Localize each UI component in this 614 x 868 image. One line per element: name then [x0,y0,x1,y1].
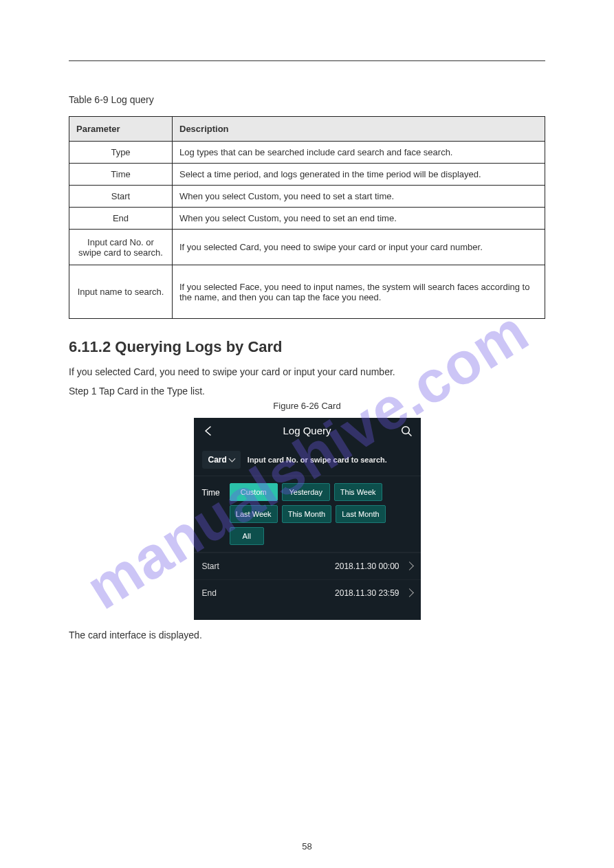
time-chip-last-week[interactable]: Last Week [230,505,278,523]
parameters-table: Parameter Description Type Log types tha… [69,116,545,319]
end-label: End [202,588,217,598]
cell-parameter: Time [69,164,173,186]
log-query-search-row: Card Input card No. or swipe card to sea… [194,444,421,476]
search-icon[interactable] [400,425,413,437]
body-paragraph: If you selected Card, you need to swipe … [69,366,545,379]
table-row: Start When you select Custom, you need t… [69,186,545,208]
log-query-header: Log Query [194,418,421,444]
cell-parameter: Input card No. or swipe card to search. [69,230,173,265]
type-selector-label: Card [208,455,227,465]
time-chip-custom[interactable]: Custom [230,483,278,501]
svg-line-1 [408,433,411,436]
chevron-down-icon [228,455,235,462]
cell-parameter: Input name to search. [69,265,173,319]
log-query-screenshot: Log Query Card Input card No. or swipe c… [69,418,545,620]
log-query-title: Log Query [215,425,400,436]
cell-description: If you selected Card, you need to swipe … [173,230,545,265]
figure-followup-text: The card interface is displayed. [69,630,545,641]
time-chips: Custom Yesterday This Week Last Week Thi… [230,483,413,545]
cell-description: If you selected Face, you need to input … [173,265,545,319]
time-row: Time Custom Yesterday This Week Last Wee… [194,476,421,553]
cell-parameter: End [69,208,173,230]
type-selector[interactable]: Card [202,451,241,469]
table-caption: Table 6-9 Log query [69,94,545,105]
search-input-hint[interactable]: Input card No. or swipe card to search. [248,456,387,464]
header-rule [69,60,545,61]
start-value: 2018.11.30 00:00 [335,561,399,571]
document-page: Table 6-9 Log query Parameter Descriptio… [0,0,614,641]
time-chip-all[interactable]: All [230,527,264,545]
start-row[interactable]: Start 2018.11.30 00:00 [194,553,421,579]
end-value: 2018.11.30 23:59 [335,588,399,598]
table-row: Input name to search. If you selected Fa… [69,265,545,319]
back-icon[interactable] [202,425,215,437]
time-chip-this-week[interactable]: This Week [334,483,382,501]
chevron-right-icon [405,589,414,598]
time-chip-yesterday[interactable]: Yesterday [282,483,330,501]
time-chip-this-month[interactable]: This Month [282,505,331,523]
chevron-right-icon [405,562,414,571]
step-text: Step 1 Tap Card in the Type list. [69,386,545,397]
end-value-container: 2018.11.30 23:59 [335,588,412,598]
cell-description: When you select Custom, you need to set … [173,186,545,208]
cell-parameter: Start [69,186,173,208]
log-query-panel: Log Query Card Input card No. or swipe c… [194,418,421,620]
end-row[interactable]: End 2018.11.30 23:59 [194,579,421,606]
time-label: Time [202,483,220,545]
page-number: 58 [0,841,614,852]
section-heading: 6.11.2 Querying Logs by Card [69,338,545,356]
table-row: Input card No. or swipe card to search. … [69,230,545,265]
table-row: End When you select Custom, you need to … [69,208,545,230]
figure-caption: Figure 6-26 Card [69,401,545,411]
cell-description: When you select Custom, you need to set … [173,208,545,230]
cell-description: Log types that can be searched include c… [173,142,545,164]
time-chip-last-month[interactable]: Last Month [336,505,385,523]
cell-parameter: Type [69,142,173,164]
table-header-parameter: Parameter [69,117,173,142]
table-header-description: Description [173,117,545,142]
start-label: Start [202,561,219,571]
start-value-container: 2018.11.30 00:00 [335,561,412,571]
table-row: Time Select a time period, and logs gene… [69,164,545,186]
cell-description: Select a time period, and logs generated… [173,164,545,186]
table-row: Type Log types that can be searched incl… [69,142,545,164]
